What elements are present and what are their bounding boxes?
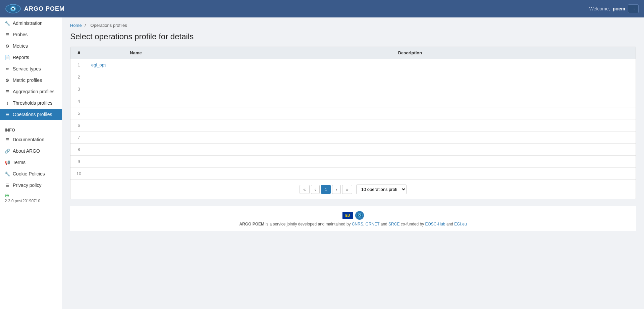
row-description — [184, 119, 636, 132]
breadcrumb: Home / Operations profiles — [70, 23, 636, 28]
eu-logo: EU — [342, 212, 353, 219]
sidebar-item-metric-profiles[interactable]: ⚙ Metric profiles — [0, 74, 62, 86]
pagination-first[interactable]: « — [300, 185, 309, 194]
breadcrumb-current: Operations profiles — [91, 23, 127, 28]
row-description — [184, 168, 636, 180]
info-label: INFO — [0, 124, 62, 134]
row-num: 4 — [70, 95, 87, 107]
svg-point-3 — [12, 8, 14, 10]
sidebar-item-documentation[interactable]: ☰ Documentation — [0, 134, 62, 145]
row-description — [184, 59, 636, 71]
table-row: 9 — [70, 156, 636, 168]
list-icon: ☰ — [5, 32, 10, 37]
row-name — [87, 144, 184, 156]
sidebar-item-probes[interactable]: ☰ Probes — [0, 29, 62, 40]
svg-point-7 — [359, 215, 360, 216]
operations-profiles-table-container: # Name Description 1egi_ops2345678910 « … — [70, 47, 636, 199]
privacy-icon: ☰ — [5, 183, 10, 188]
sidebar-item-label: Aggregation profiles — [13, 89, 55, 94]
row-name — [87, 168, 184, 180]
table-icon: ☰ — [5, 112, 10, 117]
row-description — [184, 107, 636, 119]
welcome-text: Welcome, — [589, 6, 610, 11]
row-description — [184, 71, 636, 83]
sidebar-item-privacy-policy[interactable]: ☰ Privacy policy — [0, 179, 62, 191]
row-name — [87, 71, 184, 83]
version-info: ⊕ 2.3.0.post20190710 — [0, 191, 62, 205]
row-name — [87, 156, 184, 168]
sidebar-item-operations-profiles[interactable]: ☰ Operations profiles — [0, 109, 62, 120]
sidebar-item-reports[interactable]: 📄 Reports — [0, 52, 62, 63]
row-description — [184, 95, 636, 107]
sidebar-item-label: Metric profiles — [13, 78, 42, 83]
table-row: 7 — [70, 132, 636, 144]
row-name — [87, 107, 184, 119]
gear-icon: ⚙ — [5, 44, 10, 49]
pencil-icon: ✏ — [5, 66, 10, 71]
footer-cnrs[interactable]: CNRS — [352, 222, 363, 226]
exclamation-icon: ! — [5, 101, 10, 106]
version-number: 2.3.0.post20190710 — [5, 199, 57, 203]
table-header: # Name Description — [70, 47, 636, 59]
table-row: 10 — [70, 168, 636, 180]
pagination-current[interactable]: 1 — [321, 185, 331, 194]
pagination-prev[interactable]: ‹ — [311, 185, 320, 194]
sidebar-item-about-argo[interactable]: 🔗 About ARGO — [0, 145, 62, 157]
sidebar-item-thresholds-profiles[interactable]: ! Thresholds profiles — [0, 97, 62, 109]
table-row: 3 — [70, 83, 636, 95]
table-row: 4 — [70, 95, 636, 107]
row-name — [87, 83, 184, 95]
breadcrumb-home[interactable]: Home — [70, 23, 82, 28]
sidebar-item-cookie-policies[interactable]: 🔧 Cookie Policies — [0, 168, 62, 179]
header-left: ARGO POEM — [5, 3, 65, 15]
sidebar-item-label: Thresholds profiles — [13, 100, 52, 106]
row-description — [184, 156, 636, 168]
row-num: 8 — [70, 144, 87, 156]
footer-and2: and — [446, 222, 454, 226]
footer-eosc-hub[interactable]: EOSC-Hub — [425, 222, 445, 226]
logo — [5, 3, 21, 15]
pagination-next[interactable]: › — [332, 185, 341, 194]
row-num: 7 — [70, 132, 87, 144]
footer-cofunded: co-funded by — [401, 222, 425, 226]
row-num: 3 — [70, 83, 87, 95]
sidebar-item-label: Privacy policy — [13, 183, 42, 188]
sidebar-item-administration[interactable]: 🔧 Administration — [0, 17, 62, 29]
row-name — [87, 95, 184, 107]
footer-egi-eu[interactable]: EGI.eu — [454, 222, 467, 226]
pagination-last[interactable]: » — [342, 185, 352, 194]
row-num: 10 — [70, 168, 87, 180]
footer-and1: and — [381, 222, 388, 226]
sidebar-item-label: Operations profiles — [13, 112, 52, 117]
row-name — [87, 132, 184, 144]
footer-grnet[interactable]: GRNET — [366, 222, 380, 226]
footer-srce[interactable]: SRCE — [388, 222, 399, 226]
col-header-description: Description — [184, 47, 636, 59]
logout-button[interactable]: → — [628, 4, 639, 13]
wrench-icon: 🔧 — [5, 21, 10, 26]
row-description — [184, 132, 636, 144]
file-icon: 📄 — [5, 55, 10, 60]
page-title: Select operations profile for details — [70, 32, 636, 41]
row-description — [184, 83, 636, 95]
sidebar-item-metrics[interactable]: ⚙ Metrics — [0, 40, 62, 52]
sidebar-item-label: About ARGO — [13, 148, 40, 154]
username: poem — [613, 6, 625, 11]
sidebar-item-aggregation-profiles[interactable]: ☰ Aggregation profiles — [0, 86, 62, 97]
operations-profiles-table: # Name Description 1egi_ops2345678910 — [70, 47, 636, 179]
table-header-row: # Name Description — [70, 47, 636, 59]
link-icon: 🔗 — [5, 149, 10, 154]
table-row: 5 — [70, 107, 636, 119]
sidebar-item-label: Reports — [13, 55, 29, 60]
sidebar-info-section: INFO ☰ Documentation 🔗 About ARGO 📢 Term… — [0, 124, 62, 205]
footer-app-name: ARGO POEM — [239, 222, 264, 226]
sidebar-item-terms[interactable]: 📢 Terms — [0, 157, 62, 168]
sidebar: 🔧 Administration ☰ Probes ⚙ Metrics 📄 Re… — [0, 17, 62, 309]
row-description — [184, 144, 636, 156]
sidebar-item-label: Metrics — [13, 43, 28, 49]
profile-link[interactable]: egi_ops — [91, 62, 107, 67]
row-num: 6 — [70, 119, 87, 132]
page-size-select[interactable]: 10 operations profi — [356, 185, 407, 194]
row-name[interactable]: egi_ops — [87, 59, 184, 71]
sidebar-item-service-types[interactable]: ✏ Service types — [0, 63, 62, 74]
